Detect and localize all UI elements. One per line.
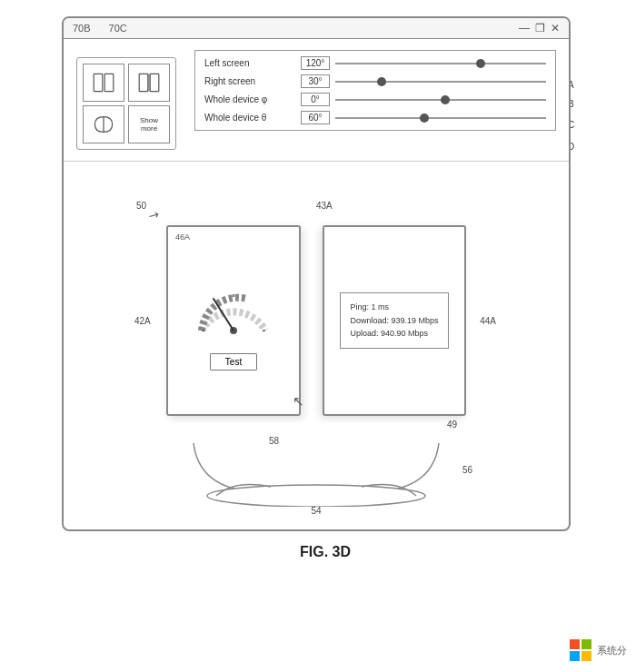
watermark: 系统分: [570, 639, 627, 661]
control-row-left-screen: Left screen 120°: [204, 56, 546, 70]
speed-info-box: Ping: 1 ms Download: 939.19 Mbps Upload:…: [340, 292, 448, 348]
top-section: Showmore Left screen 120°: [64, 39, 569, 162]
title-bar-labels: 70B 70C: [73, 23, 127, 34]
right-screen-slider[interactable]: [335, 81, 546, 83]
whole-device-theta-value[interactable]: 60°: [301, 111, 330, 124]
svg-rect-2: [139, 74, 148, 91]
left-screen-value[interactable]: 120°: [301, 56, 330, 70]
ping-text: Ping: 1 ms: [350, 301, 438, 313]
svg-rect-1: [104, 74, 114, 91]
toolbar-item-show-more[interactable]: Showmore: [128, 105, 170, 143]
test-button[interactable]: Test: [210, 353, 257, 371]
device-illustration: 50 ↗ 42A 43A 44A 46A: [134, 175, 498, 511]
watermark-text: 系统分: [597, 644, 627, 657]
device-base: [162, 425, 471, 507]
svg-rect-0: [94, 74, 103, 91]
label-42a: 42A: [134, 316, 151, 326]
download-text: Download: 939.19 Mbps: [350, 314, 438, 327]
illustration-area: 50 ↗ 42A 43A 44A 46A: [64, 162, 569, 529]
right-screen-panel: Ping: 1 ms Download: 939.19 Mbps Upload:…: [323, 225, 466, 416]
whole-device-phi-slider[interactable]: [335, 99, 546, 101]
cursor-arrow-icon: ↖: [293, 393, 304, 410]
figure-caption: FIG. 3D: [62, 544, 589, 560]
toolbar-item-1[interactable]: [83, 64, 124, 102]
ms-logo-blue: [570, 651, 580, 661]
control-row-whole-device-theta: Whole device θ 60°: [204, 111, 546, 124]
label-56: 56: [462, 465, 472, 475]
label-70c: 70C: [109, 23, 127, 34]
ms-logo-yellow: [581, 651, 591, 661]
restore-button[interactable]: ❐: [535, 22, 545, 35]
toolbar-item-3[interactable]: [83, 105, 124, 143]
control-row-right-screen: Right screen 30°: [204, 74, 546, 88]
toolbar-grid: Showmore: [76, 57, 176, 150]
label-50-arrow: ↗: [146, 206, 163, 224]
microsoft-logo: [570, 639, 591, 661]
left-screen-panel: 46A: [166, 225, 301, 416]
patent-window-wrapper: 70B 70C — ❐ ✕: [62, 16, 589, 560]
upload-text: Upload: 940.90 Mbps: [350, 327, 438, 340]
label-54: 54: [311, 506, 321, 516]
title-bar: 70B 70C — ❐ ✕: [64, 18, 569, 39]
whole-device-phi-label: Whole device φ: [204, 94, 295, 104]
control-row-whole-device-phi: Whole device φ 0°: [204, 93, 546, 106]
label-70b: 70B: [73, 23, 91, 34]
controls-section: Left screen 120° Right screen 30°: [194, 50, 556, 150]
toolbar-item-2[interactable]: [128, 64, 170, 102]
right-screen-label: Right screen: [204, 76, 295, 86]
speedometer-gauge: [188, 272, 279, 344]
svg-point-11: [207, 485, 425, 507]
ms-logo-green: [581, 639, 591, 649]
minimize-button[interactable]: —: [519, 22, 530, 35]
svg-rect-3: [150, 74, 159, 91]
whole-device-theta-slider[interactable]: [335, 117, 546, 119]
close-button[interactable]: ✕: [551, 22, 560, 35]
ms-logo-red: [570, 639, 580, 649]
whole-device-theta-label: Whole device θ: [204, 113, 295, 123]
label-44a: 44A: [480, 316, 496, 326]
title-bar-controls[interactable]: — ❐ ✕: [519, 22, 560, 35]
page-wrapper: 70A 70D 70E 71 72A 72B 72C 72D 70B 70C —…: [0, 0, 636, 672]
label-58: 58: [269, 436, 279, 446]
left-screen-label: Left screen: [204, 58, 295, 68]
label-46a: 46A: [175, 232, 190, 242]
left-screen-slider[interactable]: [335, 63, 546, 64]
right-screen-value[interactable]: 30°: [301, 74, 330, 88]
toolbar-section: Showmore: [76, 50, 176, 150]
patent-window: 70B 70C — ❐ ✕: [62, 16, 571, 531]
label-50: 50: [136, 201, 146, 211]
controls-panel: Left screen 120° Right screen 30°: [194, 50, 556, 131]
label-43a: 43A: [316, 201, 333, 211]
gauge-area: [188, 272, 279, 348]
whole-device-phi-value[interactable]: 0°: [301, 93, 330, 106]
